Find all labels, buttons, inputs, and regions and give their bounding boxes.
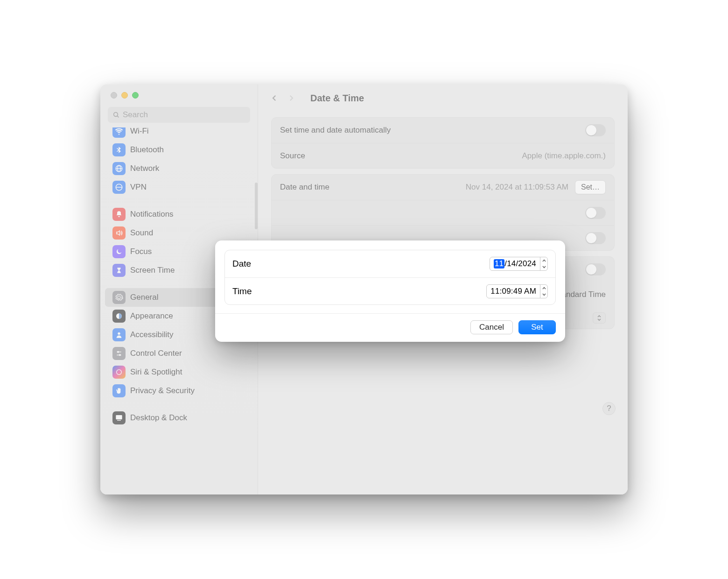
date-stepper[interactable]: 11/14/2024 <box>490 257 548 271</box>
time-step-down[interactable] <box>540 291 547 298</box>
chevron-down-icon <box>542 266 546 268</box>
date-time-modal: Date 11/14/2024 Time 11:09:49 AM <box>215 240 565 342</box>
modal-date-label: Date <box>232 259 251 269</box>
date-rest[interactable]: /14/2024 <box>504 259 536 268</box>
chevron-up-icon <box>542 259 546 262</box>
time-step-up[interactable] <box>540 285 547 291</box>
set-button[interactable]: Set <box>518 320 556 334</box>
time-value[interactable]: 11:09:49 AM <box>490 287 536 296</box>
date-segment-selected[interactable]: 11 <box>494 259 504 268</box>
time-stepper[interactable]: 11:09:49 AM <box>486 284 548 298</box>
chevron-down-icon <box>542 293 546 296</box>
cancel-button[interactable]: Cancel <box>470 320 513 334</box>
date-step-up[interactable] <box>540 257 547 264</box>
date-step-down[interactable] <box>540 264 547 270</box>
settings-window: Search Wi-FiBluetoothNetworkVPNNotificat… <box>100 85 628 494</box>
modal-time-label: Time <box>232 286 252 297</box>
chevron-up-icon <box>542 287 546 290</box>
